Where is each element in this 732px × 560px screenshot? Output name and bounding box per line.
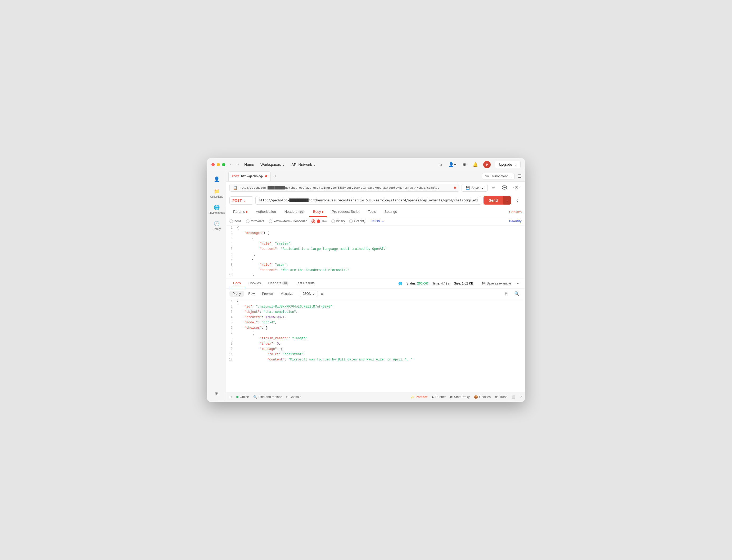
request-tab[interactable]: POST http://gecholog- — [228, 171, 271, 181]
resp-line-5: 5 "model": "gpt-4", — [226, 320, 525, 326]
request-body-editor[interactable]: 1 { 2 "messages": [ 3 { 4 "role": "syste… — [226, 225, 525, 278]
more-actions-button[interactable]: ⋯ — [513, 280, 522, 287]
url-input[interactable] — [255, 196, 481, 205]
method-selector[interactable]: POST ⌄ — [229, 196, 253, 205]
radio-graphql[interactable]: GraphQL — [349, 219, 367, 223]
console-button[interactable]: □ Console — [286, 395, 301, 399]
tab-tests[interactable]: Tests — [364, 207, 379, 217]
nav-items: Home Workspaces ⌄ API Network ⌄ — [244, 162, 439, 167]
globe-icon: 🌐 — [398, 282, 402, 285]
tab-unsaved-indicator — [265, 175, 267, 177]
copy-response-button[interactable]: ⎘ — [503, 290, 510, 297]
response-format-selector[interactable]: JSON ⌄ — [300, 291, 318, 297]
postbot-button[interactable]: ✨ Postbot — [410, 395, 427, 399]
status-label: Status: 200 OK — [406, 282, 428, 285]
sidebar-item-history[interactable]: 🕐 History — [209, 219, 225, 233]
resp-tab-test-results[interactable]: Test Results — [292, 278, 318, 288]
cookies-icon: 🍪 — [474, 395, 478, 399]
environments-label: Environments — [209, 211, 225, 214]
add-tab-button[interactable]: + — [272, 173, 279, 179]
url-display-text: http://gecholog-██████████northeurope.az… — [240, 186, 452, 189]
start-proxy-button[interactable]: ⇄ Start Proxy — [450, 395, 469, 399]
layout-button[interactable]: ⬜ — [512, 395, 516, 399]
tab-authorization[interactable]: Authorization — [252, 207, 280, 217]
radio-binary[interactable]: binary — [331, 219, 345, 223]
beautify-button[interactable]: Beautify — [509, 219, 522, 223]
maximize-button[interactable] — [222, 163, 225, 166]
url-status-dot — [454, 187, 456, 189]
sidebar-item-environments[interactable]: 🌐 Environments — [209, 202, 225, 216]
resp-line-3: 3 "object": "chat.completion", — [226, 310, 525, 315]
size-label: Size: 1.02 KB — [454, 282, 473, 285]
code-line-2: 2 "messages": [ — [226, 231, 525, 236]
url-display-bar: 📋 http://gecholog-██████████northeurope.… — [229, 184, 459, 192]
radio-none[interactable]: none — [229, 219, 242, 223]
tab-prerequest[interactable]: Pre-request Script — [328, 207, 363, 217]
notifications-button[interactable]: 🔔 — [472, 161, 479, 168]
radio-graphql-dot — [349, 219, 353, 223]
nav-home[interactable]: Home — [244, 162, 254, 167]
invite-button[interactable]: 👤+ — [448, 161, 457, 168]
comment-icon-button[interactable]: 💬 — [500, 184, 509, 191]
response-code-editor: 1 { 2 "id": "chatcmpl-8iJBXkPRX64oI6pF8Z… — [226, 299, 525, 392]
user-avatar[interactable]: P — [483, 161, 491, 168]
cookies-button[interactable]: 🍪 Cookies — [474, 395, 491, 399]
format-pretty-button[interactable]: Pretty — [229, 291, 244, 297]
save-button[interactable]: 💾 Save ⌄ — [462, 184, 488, 192]
sidebar-item-collections[interactable]: 📁 Collections — [209, 186, 225, 200]
search-response-button[interactable]: 🔍 — [512, 290, 522, 297]
environment-selector[interactable]: No Environment ⌄ — [482, 173, 515, 179]
resp-actions: 💾 Save as example ⋯ — [482, 280, 522, 287]
cookies-link[interactable]: Cookies — [509, 210, 522, 214]
runner-icon: ▶ — [432, 395, 434, 399]
format-json-selector[interactable]: JSON ⌄ — [372, 219, 384, 223]
send-dropdown-button[interactable]: ⌄ — [503, 196, 511, 205]
layout-icon-button[interactable]: ☰ — [517, 173, 523, 180]
resp-line-1: 1 { — [226, 299, 525, 304]
find-replace-button[interactable]: 🔍 Find and replace — [253, 395, 282, 399]
tab-headers[interactable]: Headers10 — [281, 207, 308, 217]
resp-tab-headers[interactable]: Headers16 — [265, 278, 292, 288]
resp-right-icons: ⎘ 🔍 — [503, 290, 522, 297]
tab-settings[interactable]: Settings — [381, 207, 401, 217]
resp-tab-cookies[interactable]: Cookies — [245, 278, 265, 288]
radio-form-data[interactable]: form-data — [246, 219, 264, 223]
send-button-group: Send ⌄ — [484, 196, 511, 205]
radio-urlencoded[interactable]: x-www-form-urlencoded — [269, 219, 307, 223]
forward-button[interactable]: → — [236, 162, 240, 167]
response-format-bar: Pretty Raw Preview Visualize JSON ⌄ ≡ ⎘ … — [226, 288, 525, 299]
body-right-actions: Beautify — [509, 219, 522, 223]
params-dot — [246, 211, 247, 213]
tab-body[interactable]: Body — [309, 207, 327, 217]
magic-wand-button[interactable]: 🕯 — [513, 197, 522, 204]
search-button[interactable]: ⌕ — [439, 161, 443, 168]
help-button[interactable]: ? — [520, 395, 522, 399]
filter-icon-button[interactable]: ≡ — [319, 290, 326, 297]
close-button[interactable] — [211, 163, 215, 166]
layout-toggle[interactable]: ⊡ — [229, 395, 232, 399]
format-preview-button[interactable]: Preview — [259, 291, 277, 297]
edit-icon-button[interactable]: ✏ — [490, 184, 498, 191]
trash-button[interactable]: 🗑 Trash — [495, 395, 507, 399]
save-as-example-button[interactable]: 💾 Save as example — [482, 282, 511, 285]
back-button[interactable]: ← — [229, 162, 234, 167]
nav-api-network[interactable]: API Network ⌄ — [291, 162, 316, 167]
nav-workspaces[interactable]: Workspaces ⌄ — [260, 162, 285, 167]
sidebar-item-new[interactable]: ⊞ — [209, 389, 225, 399]
code-icon-button[interactable]: </> — [511, 184, 522, 191]
sidebar-item-profile[interactable]: 👤 — [209, 174, 225, 184]
send-button[interactable]: Send — [484, 196, 503, 205]
format-visualize-button[interactable]: Visualize — [278, 291, 297, 297]
settings-button[interactable]: ⚙ — [462, 161, 467, 168]
response-tabs-bar: Body Cookies Headers16 Test Results 🌐 St… — [226, 278, 525, 288]
runner-button[interactable]: ▶ Runner — [432, 395, 446, 399]
code-line-8: 8 "role": "user", — [226, 263, 525, 268]
resp-line-6: 6 "choices": [ — [226, 326, 525, 331]
format-raw-button[interactable]: Raw — [245, 291, 258, 297]
minimize-button[interactable] — [217, 163, 220, 166]
radio-raw[interactable]: 🔴 raw — [311, 219, 327, 223]
upgrade-button[interactable]: Upgrade ⌄ — [495, 161, 521, 168]
resp-tab-body[interactable]: Body — [229, 278, 245, 288]
tab-params[interactable]: Params — [229, 207, 251, 217]
resp-line-12: 12 "content": "Microsoft was founded by … — [226, 357, 525, 363]
